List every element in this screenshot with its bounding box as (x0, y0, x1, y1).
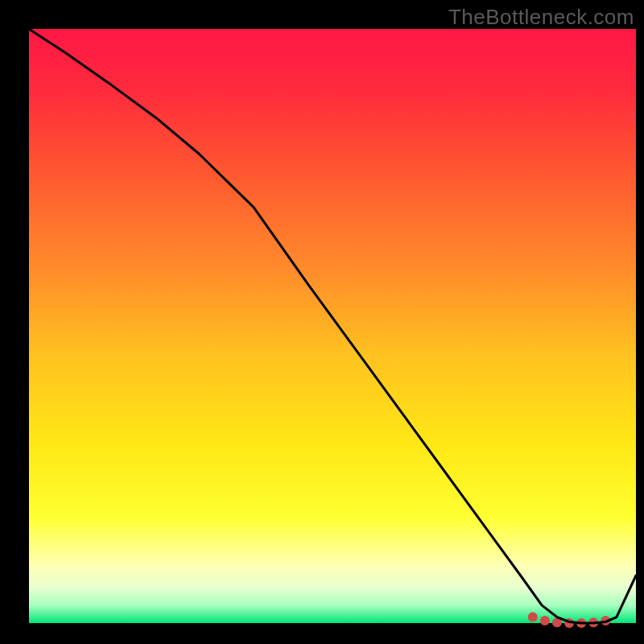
chart (0, 0, 644, 644)
watermark: TheBottleneck.com (448, 5, 634, 30)
highlight-dot (528, 613, 538, 622)
plot-background (29, 29, 636, 623)
highlight-dot (540, 616, 550, 625)
